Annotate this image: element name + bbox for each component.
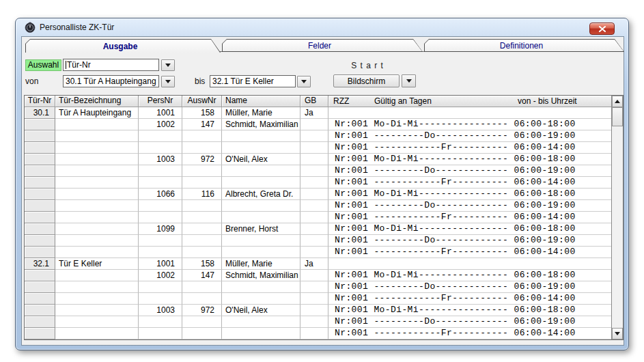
chevron-down-icon — [301, 80, 307, 83]
cell-tuer — [25, 281, 55, 293]
table-row: Nr:001 ------------Fr---------- 06:00-14… — [25, 328, 611, 339]
cell-name: Schmidt, Maximilian — [222, 270, 300, 281]
cell-ausw — [182, 247, 222, 258]
cell-rzz — [328, 258, 611, 270]
cell-rzz: Nr:001 ------------Fr---------- 06:00-14… — [328, 212, 611, 223]
table-row: 1002147Schmidt, MaximilianNr:001 Mo-Di-M… — [25, 270, 611, 281]
table-row: Nr:001 ------------Fr---------- 06:00-14… — [25, 293, 611, 305]
von-label: von — [25, 76, 38, 87]
cell-name: Schmidt, Maximilian — [222, 119, 300, 130]
tab-felder[interactable]: Felder — [222, 39, 423, 52]
vertical-scrollbar[interactable] — [611, 96, 623, 339]
cell-bez — [55, 212, 139, 223]
timer-app-icon — [25, 22, 36, 33]
bis-label: bis — [195, 76, 205, 87]
cell-tuer — [25, 154, 55, 165]
cell-name: O'Neil, Alex — [222, 305, 300, 316]
bildschirm-button-label: Bildschirm — [348, 76, 385, 86]
cell-rzz: Nr:001 Mo-Di-Mi---------------- 06:00-18… — [328, 305, 611, 316]
close-button[interactable] — [589, 23, 615, 35]
table-grid: Tür-Nr Tür-Bezeichnung PersNr AuswNr Nam… — [25, 96, 611, 339]
cell-gb — [300, 223, 328, 235]
cell-gb — [300, 119, 328, 130]
scrollbar-up-button[interactable] — [612, 96, 623, 107]
header-persnr: PersNr — [139, 96, 182, 107]
cell-pers: 1001 — [139, 258, 182, 270]
table-row: Nr:001 ------------Fr---------- 06:00-14… — [25, 247, 611, 258]
cell-ausw: 116 — [182, 189, 222, 200]
cell-pers — [139, 200, 182, 212]
tab-definitionen[interactable]: Definitionen — [424, 39, 624, 52]
cell-ausw: 972 — [182, 305, 222, 316]
cell-gb — [300, 165, 328, 177]
cell-ausw: 158 — [182, 258, 222, 270]
tab-ausgabe[interactable]: Ausgabe — [25, 39, 221, 53]
cell-tuer — [25, 142, 55, 154]
cell-rzz: Nr:001 ---------Do------------- 06:00-19… — [328, 130, 611, 142]
cell-tuer — [25, 305, 55, 316]
cell-gb — [300, 189, 328, 200]
cell-bez: Tür A Haupteingang — [55, 107, 139, 119]
client-area: Ausgabe Felder Definitionen Auswahl Tür-… — [21, 36, 624, 346]
bildschirm-button[interactable]: Bildschirm — [333, 74, 400, 87]
cell-ausw — [182, 130, 222, 142]
table-header-row: Tür-Nr Tür-Bezeichnung PersNr AuswNr Nam… — [25, 96, 611, 107]
bildschirm-dropdown-button[interactable] — [402, 74, 416, 87]
von-combobox[interactable]: 30.1 Tür A Haupteingang — [63, 75, 159, 87]
cell-tuer — [25, 293, 55, 305]
results-table: Tür-Nr Tür-Bezeichnung PersNr AuswNr Nam… — [24, 95, 624, 340]
scrollbar-thumb[interactable] — [612, 107, 623, 126]
cell-gb — [300, 281, 328, 293]
table-row: Nr:001 ------------Fr---------- 06:00-14… — [25, 142, 611, 154]
cell-pers — [139, 328, 182, 339]
cell-ausw — [182, 165, 222, 177]
cell-tuer — [25, 247, 55, 258]
cell-bez: Tür E Keller — [55, 258, 139, 270]
table-body: 30.1Tür A Haupteingang1001158Müller, Mar… — [25, 107, 611, 339]
scrollbar-track[interactable] — [612, 107, 623, 328]
auswahl-label: Auswahl — [25, 59, 61, 71]
cell-bez — [55, 130, 139, 142]
text-caret — [66, 61, 66, 69]
cell-ausw — [182, 235, 222, 247]
cell-gb — [300, 270, 328, 281]
auswahl-input[interactable]: Tür-Nr — [63, 59, 159, 71]
table-row: 1066116Albrecht, Greta Dr.Nr:001 Mo-Di-M… — [25, 189, 611, 200]
cell-pers: 1099 — [139, 223, 182, 235]
app-window: Personalliste ZK-Tür Ausgabe Felder Defi… — [15, 18, 629, 350]
cell-gb: Ja — [300, 258, 328, 270]
cell-gb — [300, 212, 328, 223]
header-auswnr: AuswNr — [182, 96, 222, 107]
bis-dropdown-button[interactable] — [297, 76, 311, 87]
cell-pers: 1002 — [139, 119, 182, 130]
cell-pers — [139, 281, 182, 293]
scrollbar-down-button[interactable] — [612, 328, 623, 339]
chevron-down-icon — [165, 64, 171, 67]
cell-gb — [300, 293, 328, 305]
cell-rzz: Nr:001 Mo-Di-Mi---------------- 06:00-18… — [328, 119, 611, 130]
cell-bez — [55, 316, 139, 328]
cell-name — [222, 212, 300, 223]
cell-name — [222, 316, 300, 328]
bis-combobox[interactable]: 32.1 Tür E Keller — [210, 75, 296, 87]
table-row: Nr:001 ---------Do------------- 06:00-19… — [25, 235, 611, 247]
cell-tuer: 30.1 — [25, 107, 55, 119]
cell-name: Brenner, Horst — [222, 223, 300, 235]
cell-pers — [139, 142, 182, 154]
cell-rzz: Nr:001 Mo-Di-Mi---------------- 06:00-18… — [328, 154, 611, 165]
cell-pers — [139, 177, 182, 189]
von-dropdown-button[interactable] — [161, 76, 175, 87]
cell-tuer — [25, 130, 55, 142]
cell-name — [222, 281, 300, 293]
cell-gb — [300, 328, 328, 339]
table-row: Nr:001 ---------Do------------- 06:00-19… — [25, 200, 611, 212]
cell-ausw — [182, 223, 222, 235]
titlebar[interactable]: Personalliste ZK-Tür — [16, 18, 628, 36]
auswahl-dropdown-button[interactable] — [161, 59, 175, 71]
cell-ausw — [182, 212, 222, 223]
cell-rzz: Nr:001 ---------Do------------- 06:00-19… — [328, 316, 611, 328]
cell-pers — [139, 212, 182, 223]
cell-gb — [300, 235, 328, 247]
cell-bez — [55, 189, 139, 200]
down-arrow-icon — [615, 332, 620, 335]
